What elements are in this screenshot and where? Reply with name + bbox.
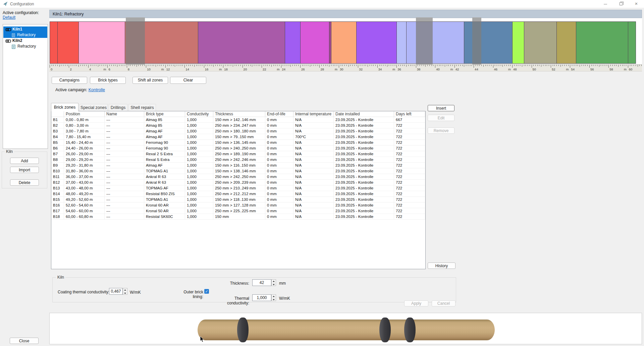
brick-zone-B12[interactable] (406, 21, 464, 64)
table-row-B7[interactable]: B726,00 - 29,00 m---Rexal 2 S Extra1,000… (51, 151, 425, 157)
brick-zone-B10[interactable] (356, 21, 397, 64)
table-cell: 15,40 - 24,40 m (64, 140, 105, 146)
brick-zone-B17[interactable] (576, 21, 628, 64)
brick-types-button[interactable]: Brick types (90, 77, 126, 84)
coating-conductivity-stepper[interactable] (123, 288, 127, 295)
brick-zones-table[interactable]: PositionNameBrick typeConductivityThickn… (51, 111, 426, 269)
apply-button[interactable]: Apply (404, 300, 428, 306)
history-button[interactable]: History (428, 263, 455, 269)
table-cell: 23.09.2025 - Kontrolle (334, 214, 394, 220)
import-kiln-button[interactable]: Import (10, 167, 39, 173)
table-cell: TOPMAG A1 (144, 197, 185, 203)
special-zone-overlay[interactable] (416, 17, 433, 66)
ruler-label: 36 (397, 67, 401, 71)
outer-brick-lining-checkbox[interactable]: ✓ (204, 289, 209, 294)
thermal-conductivity-stepper[interactable] (271, 294, 276, 301)
active-campaign-line: Active campaign: Kontrolle (55, 88, 105, 92)
table-cell: 250 mm > 225..225 mm (213, 208, 265, 214)
table-cell: 0 mm (265, 197, 293, 203)
tree-item-kiln2-refractory[interactable]: Refractory (3, 44, 47, 49)
brick-zone-B18[interactable] (628, 21, 636, 64)
table-row-B1[interactable]: B10,00 - 0,80 m---Almag 851,000150 mm > … (51, 117, 425, 123)
table-cell: 0 mm (265, 185, 293, 191)
column-header[interactable] (51, 111, 64, 117)
column-header[interactable]: Brick type (144, 111, 185, 117)
coating-conductivity-field[interactable]: 0,467 (109, 288, 123, 295)
minimize-button[interactable] (598, 0, 613, 8)
brick-zone-B13[interactable] (464, 21, 513, 64)
brick-zone-B15[interactable] (524, 21, 557, 64)
thickness-stepper[interactable] (271, 279, 276, 286)
table-row-B15[interactable]: B1549,20 - 52,60 m---TOPMAG A11,000150 m… (51, 197, 425, 203)
brick-zone-B11[interactable] (396, 21, 407, 64)
insert-button[interactable]: Insert (428, 105, 454, 111)
brick-zone-B7[interactable] (300, 21, 329, 64)
ruler-label: 26 (301, 67, 305, 71)
active-configuration-link[interactable]: Default (3, 15, 15, 20)
close-button[interactable]: Close (10, 338, 39, 344)
table-cell: B5 (51, 140, 64, 146)
maximize-button[interactable] (613, 0, 629, 8)
kiln-sidebar-group: Kiln Add Import Delete (2, 152, 47, 188)
tree-item-kiln1-refractory[interactable]: Refractory (3, 32, 47, 38)
tree-item-kiln1[interactable]: Kiln1 (3, 26, 47, 32)
table-row-B18[interactable]: B1860,00 - 60,80 m---Resistal SK60C1,000… (51, 214, 425, 220)
remove-button[interactable]: Remove (428, 127, 454, 134)
table-row-B13[interactable]: B1343,00 - 48,00 m---TOPMAG AF1,000250 m… (51, 185, 425, 191)
kiln-3d-view[interactable] (49, 313, 642, 344)
table-cell: N/A (293, 146, 334, 151)
active-campaign-link[interactable]: Kontrolle (89, 88, 105, 92)
tree-item-label: Kiln2 (12, 38, 22, 44)
table-row-B14[interactable]: B1448,00 - 49,20 m---Resistal B50 ZIS1,0… (51, 191, 425, 197)
campaigns-button[interactable]: Campaigns (52, 77, 87, 84)
column-header[interactable]: Position (64, 111, 105, 117)
column-header[interactable]: End-of-life (265, 111, 293, 117)
add-kiln-button[interactable]: Add (10, 158, 39, 164)
special-zone-overlay[interactable] (472, 17, 481, 66)
table-cell: 26,00 - 29,00 m (64, 151, 105, 157)
column-header[interactable]: Internal temperature (293, 111, 334, 117)
ruler-label: 60 (629, 67, 633, 71)
column-header[interactable]: Thickness (213, 111, 265, 117)
brick-zone-B3[interactable] (78, 21, 125, 64)
table-row-B8[interactable]: B829,00 - 29,20 m---Rexal S Extra1,00025… (51, 157, 425, 163)
edit-button[interactable]: Edit (428, 115, 454, 121)
table-row-B6[interactable]: B624,40 - 26,00 m---Ferromag 901,000250 … (51, 146, 425, 151)
delete-kiln-button[interactable]: Delete (10, 179, 39, 186)
table-row-B3[interactable]: B33,00 - 7,80 m---Almag AF1,000250 mm > … (51, 128, 425, 134)
table-row-B17[interactable]: B1754,60 - 60,00 m---Kronal 50 AR1,00025… (51, 208, 425, 214)
column-header[interactable]: Name (105, 111, 144, 117)
thickness-field[interactable]: 42 (252, 279, 271, 286)
table-cell: --- (105, 151, 144, 157)
tab-brick-zones[interactable]: Brick zones (51, 103, 78, 111)
brick-zone-B2[interactable] (57, 21, 79, 64)
table-row-B16[interactable]: B1652,60 - 54,60 m---Kronal 60 AR1,00015… (51, 203, 425, 208)
table-row-B4[interactable]: B47,80 - 15,40 m---Almag AF1,000150 mm >… (51, 134, 425, 140)
tree-item-kiln2[interactable]: Kiln2 (3, 38, 47, 44)
tab-shell-repairs[interactable]: Shell repairs (128, 104, 156, 111)
tab-drillings[interactable]: Drillings (109, 104, 127, 111)
shift-all-zones-button[interactable]: Shift all zones (132, 77, 168, 84)
brick-zone-B6[interactable] (285, 21, 301, 64)
brick-zone-B5[interactable] (198, 21, 285, 64)
clear-button[interactable]: Clear (170, 77, 206, 84)
column-header[interactable]: Days left (394, 111, 425, 117)
special-zone-overlay[interactable] (126, 17, 145, 66)
column-header[interactable]: Conductivity (185, 111, 213, 117)
table-row-B9[interactable]: B929,20 - 31,80 m---Almag AF1,000150 mm … (51, 163, 425, 168)
brick-zone-B14[interactable] (512, 21, 524, 64)
cancel-button[interactable]: Cancel (432, 300, 455, 306)
brick-zone-B1[interactable] (50, 21, 58, 64)
table-row-B2[interactable]: B20,80 - 3,00 m---Almag 851,000250 mm > … (51, 123, 425, 128)
column-header[interactable]: Date installed (334, 111, 394, 117)
thermal-conductivity-field[interactable]: 1,000 (252, 294, 271, 301)
brick-zone-B9[interactable] (331, 21, 357, 64)
brick-zone-B16[interactable] (556, 21, 576, 64)
table-row-B10[interactable]: B1031,80 - 36,00 m---TOPMAG A11,000150 m… (51, 168, 425, 174)
close-window-button[interactable]: × (629, 0, 644, 8)
table-row-B12[interactable]: B1237,00 - 43,00 m---Ankral R 631,000250… (51, 180, 425, 185)
table-row-B5[interactable]: B515,40 - 24,40 m---Ferromag 901,000150 … (51, 140, 425, 146)
table-row-B11[interactable]: B1136,00 - 37,00 m---Ankral R 631,000250… (51, 174, 425, 180)
tab-special-zones[interactable]: Special zones (79, 104, 108, 111)
table-cell: B18 (51, 214, 64, 220)
